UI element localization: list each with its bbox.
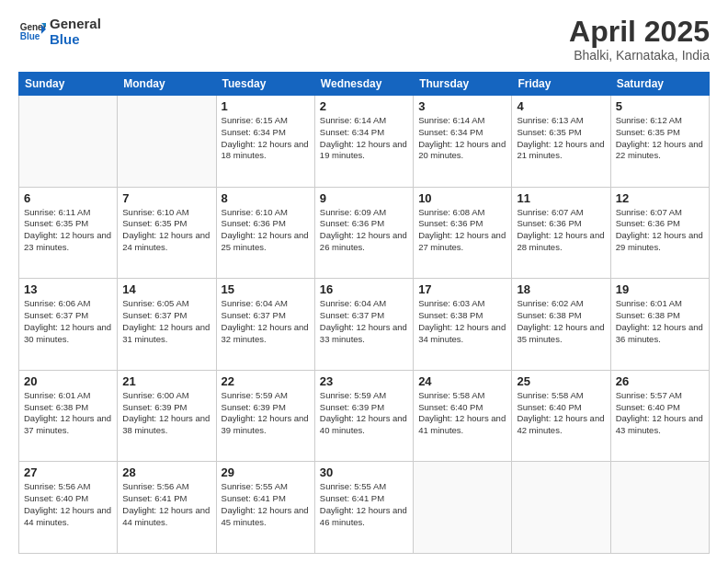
day-info: Sunrise: 6:01 AM Sunset: 6:38 PM Dayligh… [616,298,704,345]
day-info: Sunrise: 5:57 AM Sunset: 6:40 PM Dayligh… [616,390,704,437]
day-number: 5 [616,99,704,113]
month-title: April 2025 [569,17,710,46]
table-row: 7Sunrise: 6:10 AM Sunset: 6:35 PM Daylig… [118,187,216,279]
day-number: 22 [222,374,310,388]
day-info: Sunrise: 5:59 AM Sunset: 6:39 PM Dayligh… [320,390,408,437]
table-row: 21Sunrise: 6:00 AM Sunset: 6:39 PM Dayli… [118,370,216,462]
table-row: 14Sunrise: 6:05 AM Sunset: 6:37 PM Dayli… [118,279,216,371]
table-row: 30Sunrise: 5:55 AM Sunset: 6:41 PM Dayli… [314,462,413,554]
day-info: Sunrise: 6:15 AM Sunset: 6:34 PM Dayligh… [222,115,310,162]
col-tuesday: Tuesday [216,73,314,96]
day-number: 23 [320,374,408,388]
day-number: 30 [320,465,408,479]
day-info: Sunrise: 6:07 AM Sunset: 6:36 PM Dayligh… [616,207,704,254]
table-row: 10Sunrise: 6:08 AM Sunset: 6:36 PM Dayli… [414,187,512,279]
col-sunday: Sunday [19,73,118,96]
table-row [118,96,216,188]
table-row: 13Sunrise: 6:06 AM Sunset: 6:37 PM Dayli… [19,279,118,371]
day-info: Sunrise: 6:08 AM Sunset: 6:36 PM Dayligh… [418,207,506,254]
day-number: 6 [24,191,112,205]
day-number: 13 [24,282,112,296]
logo-icon: General Blue [18,18,46,46]
table-row: 3Sunrise: 6:14 AM Sunset: 6:34 PM Daylig… [414,96,512,188]
day-number: 2 [320,99,408,113]
day-info: Sunrise: 6:11 AM Sunset: 6:35 PM Dayligh… [24,207,112,254]
day-number: 12 [616,191,704,205]
col-friday: Friday [512,73,610,96]
day-info: Sunrise: 6:14 AM Sunset: 6:34 PM Dayligh… [418,115,506,162]
title-block: April 2025 Bhalki, Karnataka, India [569,17,710,63]
table-row: 9Sunrise: 6:09 AM Sunset: 6:36 PM Daylig… [314,187,413,279]
table-row: 4Sunrise: 6:13 AM Sunset: 6:35 PM Daylig… [512,96,610,188]
day-number: 21 [122,374,210,388]
day-info: Sunrise: 5:58 AM Sunset: 6:40 PM Dayligh… [418,390,506,437]
day-info: Sunrise: 6:13 AM Sunset: 6:35 PM Dayligh… [517,115,605,162]
table-row: 20Sunrise: 6:01 AM Sunset: 6:38 PM Dayli… [19,370,118,462]
table-row: 26Sunrise: 5:57 AM Sunset: 6:40 PM Dayli… [610,370,709,462]
day-number: 14 [122,282,210,296]
table-row: 16Sunrise: 6:04 AM Sunset: 6:37 PM Dayli… [314,279,413,371]
day-number: 25 [517,374,605,388]
logo: General Blue General Blue [18,17,101,47]
calendar-table: Sunday Monday Tuesday Wednesday Thursday… [18,72,710,554]
day-info: Sunrise: 5:56 AM Sunset: 6:41 PM Dayligh… [122,481,210,528]
calendar-week-row: 6Sunrise: 6:11 AM Sunset: 6:35 PM Daylig… [19,187,710,279]
day-info: Sunrise: 5:58 AM Sunset: 6:40 PM Dayligh… [517,390,605,437]
table-row: 18Sunrise: 6:02 AM Sunset: 6:38 PM Dayli… [512,279,610,371]
day-number: 16 [320,282,408,296]
day-number: 1 [222,99,310,113]
location: Bhalki, Karnataka, India [569,48,710,63]
logo-blue-text: Blue [50,31,80,47]
day-number: 8 [222,191,310,205]
table-row: 6Sunrise: 6:11 AM Sunset: 6:35 PM Daylig… [19,187,118,279]
day-number: 4 [517,99,605,113]
table-row: 28Sunrise: 5:56 AM Sunset: 6:41 PM Dayli… [118,462,216,554]
day-info: Sunrise: 5:55 AM Sunset: 6:41 PM Dayligh… [320,481,408,528]
day-number: 7 [122,191,210,205]
day-info: Sunrise: 6:02 AM Sunset: 6:38 PM Dayligh… [517,298,605,345]
table-row: 24Sunrise: 5:58 AM Sunset: 6:40 PM Dayli… [414,370,512,462]
day-number: 17 [418,282,506,296]
day-number: 24 [418,374,506,388]
day-number: 28 [122,465,210,479]
day-info: Sunrise: 5:59 AM Sunset: 6:39 PM Dayligh… [222,390,310,437]
table-row: 12Sunrise: 6:07 AM Sunset: 6:36 PM Dayli… [610,187,709,279]
table-row: 29Sunrise: 5:55 AM Sunset: 6:41 PM Dayli… [216,462,314,554]
header: General Blue General Blue April 2025 Bha… [18,17,710,63]
table-row: 15Sunrise: 6:04 AM Sunset: 6:37 PM Dayli… [216,279,314,371]
day-info: Sunrise: 6:00 AM Sunset: 6:39 PM Dayligh… [122,390,210,437]
day-number: 10 [418,191,506,205]
day-info: Sunrise: 6:12 AM Sunset: 6:35 PM Dayligh… [616,115,704,162]
table-row: 23Sunrise: 5:59 AM Sunset: 6:39 PM Dayli… [314,370,413,462]
day-number: 3 [418,99,506,113]
table-row: 27Sunrise: 5:56 AM Sunset: 6:40 PM Dayli… [19,462,118,554]
day-info: Sunrise: 6:14 AM Sunset: 6:34 PM Dayligh… [320,115,408,162]
col-thursday: Thursday [414,73,512,96]
day-number: 18 [517,282,605,296]
calendar-week-row: 1Sunrise: 6:15 AM Sunset: 6:34 PM Daylig… [19,96,710,188]
day-number: 11 [517,191,605,205]
table-row [414,462,512,554]
table-row: 19Sunrise: 6:01 AM Sunset: 6:38 PM Dayli… [610,279,709,371]
day-number: 19 [616,282,704,296]
day-info: Sunrise: 6:10 AM Sunset: 6:36 PM Dayligh… [222,207,310,254]
day-info: Sunrise: 6:10 AM Sunset: 6:35 PM Dayligh… [122,207,210,254]
col-monday: Monday [118,73,216,96]
calendar-header-row: Sunday Monday Tuesday Wednesday Thursday… [19,73,710,96]
table-row: 11Sunrise: 6:07 AM Sunset: 6:36 PM Dayli… [512,187,610,279]
table-row: 8Sunrise: 6:10 AM Sunset: 6:36 PM Daylig… [216,187,314,279]
table-row: 2Sunrise: 6:14 AM Sunset: 6:34 PM Daylig… [314,96,413,188]
day-number: 15 [222,282,310,296]
day-info: Sunrise: 6:09 AM Sunset: 6:36 PM Dayligh… [320,207,408,254]
table-row [610,462,709,554]
calendar-week-row: 27Sunrise: 5:56 AM Sunset: 6:40 PM Dayli… [19,462,710,554]
day-number: 29 [222,465,310,479]
day-info: Sunrise: 6:05 AM Sunset: 6:37 PM Dayligh… [122,298,210,345]
day-info: Sunrise: 6:04 AM Sunset: 6:37 PM Dayligh… [222,298,310,345]
logo-general-text: General [50,16,101,31]
calendar-week-row: 20Sunrise: 6:01 AM Sunset: 6:38 PM Dayli… [19,370,710,462]
table-row: 25Sunrise: 5:58 AM Sunset: 6:40 PM Dayli… [512,370,610,462]
day-info: Sunrise: 5:56 AM Sunset: 6:40 PM Dayligh… [24,481,112,528]
day-info: Sunrise: 6:06 AM Sunset: 6:37 PM Dayligh… [24,298,112,345]
col-wednesday: Wednesday [314,73,413,96]
